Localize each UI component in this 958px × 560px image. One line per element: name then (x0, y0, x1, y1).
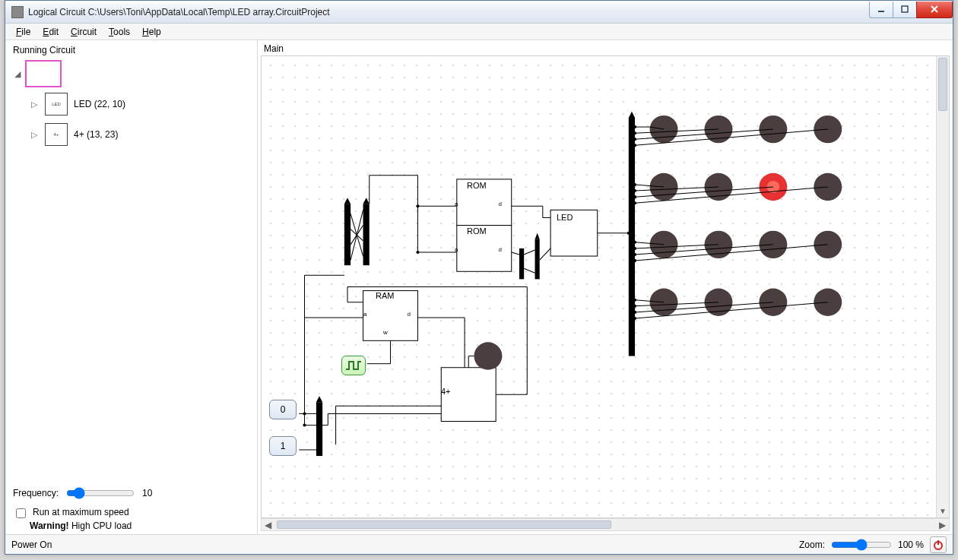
warning-bold: Warning! (30, 520, 69, 531)
menubar: File Edit Circuit Tools Help (5, 24, 953, 40)
tree-expander-icon[interactable]: ◢ (13, 69, 22, 79)
circuit-tree[interactable]: ◢ ▷ LED LED (22, 10) ▷ 4+ 4+ (13, 23) (13, 59, 252, 481)
svg-point-44 (633, 183, 636, 186)
svg-line-68 (524, 250, 535, 255)
svg-point-45 (633, 189, 636, 192)
svg-marker-80 (363, 198, 370, 204)
block-rom1[interactable]: ROM a d (452, 178, 505, 223)
svg-rect-79 (363, 204, 370, 265)
tree-root[interactable]: ◢ (13, 59, 252, 89)
pin-a-label: a (455, 201, 458, 207)
clock-input[interactable] (341, 356, 366, 375)
svg-point-6 (650, 115, 678, 143)
svg-marker-111 (316, 396, 322, 402)
clock-icon (345, 360, 362, 371)
frequency-slider[interactable] (66, 487, 135, 499)
sidebar: Running Circuit ◢ ▷ LED LED (22, 10) ▷ 4… (5, 40, 258, 534)
tree-expander-icon[interactable]: ▷ (30, 100, 39, 109)
scroll-right-icon[interactable]: ▶ (936, 519, 949, 530)
svg-rect-110 (316, 402, 322, 456)
circuit-canvas[interactable]: LED ROM a d ROM a d RAM a d w (261, 55, 950, 518)
minimize-button[interactable] (869, 2, 893, 18)
led-grid (650, 115, 842, 316)
block-ram-label: RAM (376, 291, 394, 300)
scroll-thumb[interactable] (277, 520, 611, 529)
svg-point-55 (633, 317, 636, 320)
svg-rect-77 (344, 204, 351, 265)
block-4plus[interactable]: 4+ (436, 364, 490, 417)
svg-point-40 (633, 125, 636, 128)
svg-point-115 (303, 424, 306, 427)
pin-d-label: d (408, 311, 411, 318)
svg-point-41 (633, 131, 636, 134)
canvas-horizontal-scrollbar[interactable]: ◀ ▶ (261, 518, 950, 531)
tree-item-4plus[interactable]: ▷ 4+ 4+ (13, 23) (13, 119, 252, 150)
block-rom2-label: ROM (467, 226, 487, 236)
tree-item-led[interactable]: ▷ LED LED (22, 10) (13, 89, 252, 119)
svg-rect-1 (902, 6, 908, 12)
svg-rect-4 (629, 118, 635, 356)
window-title: Logical Circuit C:\Users\Toni\AppData\Lo… (28, 7, 870, 17)
pin-w-label: w (383, 329, 388, 336)
block-4plus-label: 4+ (441, 387, 451, 396)
menu-tools[interactable]: Tools (103, 25, 136, 39)
block-ram[interactable]: RAM a d w (360, 288, 414, 337)
svg-point-114 (303, 412, 306, 415)
scroll-left-icon[interactable]: ◀ (262, 519, 274, 530)
svg-line-64 (512, 252, 519, 255)
svg-point-42 (633, 138, 636, 141)
power-icon (933, 539, 944, 550)
titlebar[interactable]: Logical Circuit C:\Users\Toni\AppData\Lo… (5, 1, 953, 24)
svg-point-50 (633, 253, 636, 256)
maximize-button[interactable] (893, 2, 917, 18)
tree-thumb: 4+ (45, 123, 68, 146)
block-rom1-label: ROM (467, 181, 487, 190)
zoom-label: Zoom: (799, 539, 825, 550)
canvas-vertical-scrollbar[interactable]: ▲ ▼ (936, 56, 949, 517)
zoom-slider[interactable] (831, 539, 892, 551)
input-pin-1-label: 1 (281, 441, 286, 451)
menu-edit[interactable]: Edit (36, 25, 65, 39)
tree-label: 4+ (13, 23) (74, 129, 118, 140)
frequency-value: 10 (142, 488, 152, 498)
svg-point-54 (633, 311, 636, 314)
pin-d-label: d (499, 246, 502, 253)
svg-point-48 (633, 241, 636, 244)
frequency-label: Frequency: (13, 488, 59, 498)
status-power: Power On (11, 539, 52, 550)
zoom-value: 100 % (898, 539, 924, 550)
menu-help[interactable]: Help (136, 25, 167, 39)
pin-d-label: d (499, 201, 502, 207)
tree-thumb: LED (45, 93, 68, 115)
svg-marker-63 (535, 233, 540, 239)
svg-point-51 (633, 259, 636, 262)
input-pin-1[interactable]: 1 (269, 436, 297, 456)
run-max-speed-label: Run at maximum speed (33, 507, 129, 517)
power-button[interactable] (930, 536, 947, 553)
svg-marker-78 (344, 198, 351, 204)
circuit-svg (262, 56, 949, 517)
app-window: Logical Circuit C:\Users\Toni\AppData\Lo… (5, 0, 953, 555)
menu-file[interactable]: File (10, 25, 36, 39)
scroll-thumb[interactable] (938, 58, 947, 111)
block-led[interactable]: LED (543, 208, 588, 254)
main-panel: Main (258, 40, 953, 534)
tree-expander-icon[interactable]: ▷ (30, 130, 39, 140)
menu-circuit[interactable]: Circuit (65, 25, 103, 39)
warning-rest: High CPU load (69, 520, 132, 531)
block-rom2[interactable]: ROM a d (452, 223, 505, 269)
window-buttons (870, 2, 953, 18)
warning-text: Warning! High CPU load (30, 520, 252, 531)
svg-point-49 (633, 247, 636, 250)
pin-a-label: a (455, 246, 458, 253)
svg-point-46 (633, 195, 636, 198)
run-max-speed-checkbox[interactable] (16, 508, 26, 518)
svg-point-47 (633, 201, 636, 204)
svg-line-69 (524, 268, 535, 273)
minimize-icon (877, 5, 886, 14)
svg-point-58 (627, 232, 630, 235)
input-pin-0[interactable]: 0 (269, 400, 297, 419)
input-pin-0-label: 0 (281, 404, 286, 415)
close-button[interactable] (916, 2, 953, 18)
scroll-down-icon[interactable]: ▼ (937, 505, 949, 517)
